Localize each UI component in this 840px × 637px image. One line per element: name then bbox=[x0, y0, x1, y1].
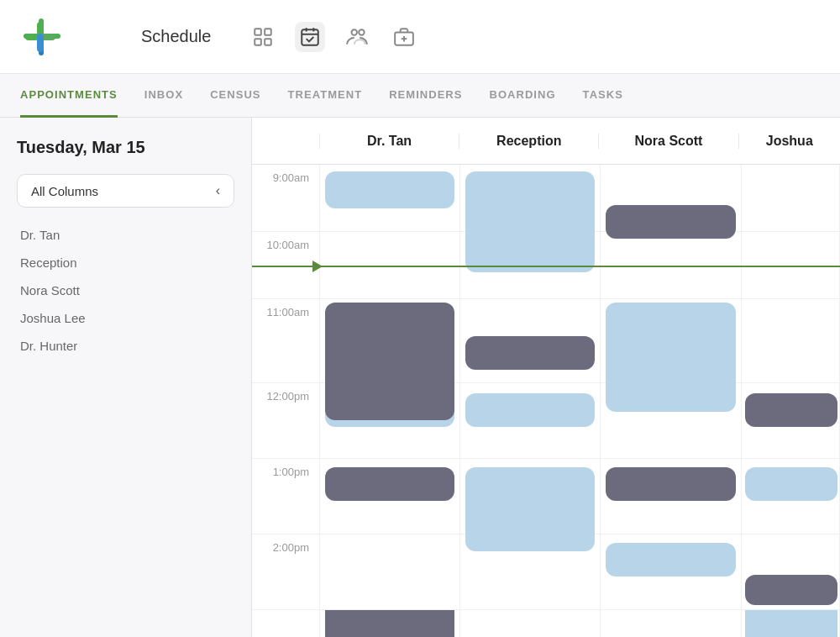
time-row-content-1pm bbox=[319, 459, 840, 534]
cell-dr-tan-3pm[interactable] bbox=[320, 610, 460, 637]
top-navigation: Schedule bbox=[0, 0, 840, 74]
appt-nora-1pm[interactable] bbox=[606, 467, 735, 501]
logo-icon bbox=[20, 17, 60, 57]
cell-dr-tan-1pm[interactable] bbox=[320, 459, 460, 534]
appt-dr-tan-1pm[interactable] bbox=[325, 467, 454, 501]
svg-rect-14 bbox=[302, 29, 319, 45]
time-label-11am: 11:00am bbox=[252, 299, 319, 382]
appt-nora-11am[interactable] bbox=[606, 303, 735, 412]
appt-reception-9am[interactable] bbox=[465, 171, 595, 272]
time-label-2pm: 2:00pm bbox=[252, 534, 319, 609]
appt-reception-1pm[interactable] bbox=[465, 467, 595, 551]
appt-joshua-1pm[interactable] bbox=[745, 467, 837, 501]
svg-point-18 bbox=[352, 29, 358, 35]
calendar-nav-icon[interactable] bbox=[295, 22, 325, 52]
columns-selector-label: All Columns bbox=[31, 184, 98, 198]
svg-rect-9 bbox=[37, 34, 44, 52]
time-row-9am: 9:00am bbox=[252, 165, 840, 232]
time-rows: 9:00am bbox=[252, 165, 840, 637]
appt-dr-tan-9am[interactable] bbox=[325, 171, 454, 208]
cell-nora-9am[interactable] bbox=[601, 165, 741, 231]
svg-rect-13 bbox=[265, 39, 272, 45]
svg-rect-7 bbox=[37, 22, 44, 35]
date-header: Tuesday, Mar 15 bbox=[17, 138, 234, 157]
sub-navigation: APPOINTMENTS INBOX CENSUS TREATMENT REMI… bbox=[0, 74, 840, 118]
appt-nora-2pm[interactable] bbox=[606, 543, 735, 576]
appt-reception-12pm[interactable] bbox=[465, 393, 595, 427]
columns-selector[interactable]: All Columns ‹ bbox=[17, 174, 234, 208]
medical-bag-nav-icon[interactable] bbox=[389, 22, 419, 52]
left-sidebar: Tuesday, Mar 15 All Columns ‹ Dr. Tan Re… bbox=[0, 118, 252, 637]
staff-item-joshua-lee[interactable]: Joshua Lee bbox=[17, 311, 234, 325]
column-header-reception: Reception bbox=[459, 134, 598, 149]
nav-icon-group bbox=[248, 22, 419, 52]
staff-item-nora-scott[interactable]: Nora Scott bbox=[17, 283, 234, 297]
appt-joshua-3pm[interactable] bbox=[745, 610, 837, 637]
time-label-12pm: 12:00pm bbox=[252, 383, 319, 458]
sub-nav-boarding[interactable]: BOARDING bbox=[490, 74, 556, 118]
appt-dr-tan-11am[interactable] bbox=[325, 303, 454, 420]
appt-reception-11am[interactable] bbox=[465, 336, 595, 370]
sub-nav-appointments[interactable]: APPOINTMENTS bbox=[20, 74, 118, 118]
sub-nav-treatment[interactable]: TREATMENT bbox=[288, 74, 363, 118]
time-row-content-3pm bbox=[319, 610, 840, 637]
cell-joshua-9am[interactable] bbox=[742, 165, 840, 231]
sub-nav-inbox[interactable]: INBOX bbox=[144, 74, 183, 118]
people-nav-icon[interactable] bbox=[342, 22, 372, 52]
cell-joshua-2pm[interactable] bbox=[742, 534, 840, 609]
time-row-1pm: 1:00pm bbox=[252, 459, 840, 534]
cell-reception-12pm[interactable] bbox=[460, 383, 601, 458]
cell-joshua-1pm[interactable] bbox=[742, 459, 840, 534]
column-header-nora-scott: Nora Scott bbox=[598, 134, 738, 149]
svg-rect-12 bbox=[255, 39, 262, 45]
cell-dr-tan-2pm[interactable] bbox=[320, 534, 460, 609]
column-header-joshua: Joshua bbox=[738, 134, 840, 149]
cell-reception-9am[interactable] bbox=[460, 165, 601, 231]
chevron-left-icon: ‹ bbox=[216, 183, 220, 198]
cell-nora-2pm[interactable] bbox=[601, 534, 741, 609]
cell-joshua-12pm[interactable] bbox=[742, 383, 840, 458]
calendar-area: Dr. Tan Reception Nora Scott Joshua 9:00… bbox=[252, 118, 840, 637]
cell-joshua-11am[interactable] bbox=[742, 299, 840, 382]
sub-nav-tasks[interactable]: TASKS bbox=[583, 74, 623, 118]
time-label-9am: 9:00am bbox=[252, 165, 319, 231]
appt-joshua-12pm[interactable] bbox=[745, 393, 837, 427]
cell-dr-tan-9am[interactable] bbox=[320, 165, 460, 231]
svg-rect-10 bbox=[255, 29, 262, 35]
staff-item-dr-hunter[interactable]: Dr. Hunter bbox=[17, 339, 234, 353]
app-title: Schedule bbox=[141, 27, 211, 46]
time-label-1pm: 1:00pm bbox=[252, 459, 319, 534]
staff-item-reception[interactable]: Reception bbox=[17, 255, 234, 270]
svg-rect-6 bbox=[25, 34, 39, 40]
time-label-3pm bbox=[252, 610, 319, 637]
svg-point-19 bbox=[360, 29, 365, 35]
time-row-11am: 11:00am bbox=[252, 299, 840, 383]
cell-reception-1pm[interactable] bbox=[460, 459, 601, 534]
calendar-header: Dr. Tan Reception Nora Scott Joshua bbox=[252, 118, 840, 165]
svg-rect-11 bbox=[265, 29, 272, 35]
time-row-content-11am bbox=[319, 299, 840, 382]
current-time-line bbox=[252, 266, 840, 267]
staff-list: Dr. Tan Reception Nora Scott Joshua Lee … bbox=[17, 228, 234, 353]
staff-item-dr-tan[interactable]: Dr. Tan bbox=[17, 228, 234, 242]
cell-dr-tan-11am[interactable] bbox=[320, 299, 460, 382]
cell-nora-11am[interactable] bbox=[601, 299, 741, 382]
main-content: Tuesday, Mar 15 All Columns ‹ Dr. Tan Re… bbox=[0, 118, 840, 637]
time-row-content-9am bbox=[319, 165, 840, 231]
appt-joshua-2pm[interactable] bbox=[745, 575, 837, 605]
cell-reception-3pm[interactable] bbox=[460, 610, 601, 637]
appt-dr-tan-3pm[interactable] bbox=[325, 610, 454, 637]
cell-joshua-3pm[interactable] bbox=[742, 610, 840, 637]
column-header-dr-tan: Dr. Tan bbox=[319, 134, 459, 149]
time-row-3pm bbox=[252, 610, 840, 637]
grid-nav-icon[interactable] bbox=[248, 22, 278, 52]
sub-nav-reminders[interactable]: REMINDERS bbox=[389, 74, 462, 118]
sub-nav-census[interactable]: CENSUS bbox=[210, 74, 260, 118]
cell-nora-1pm[interactable] bbox=[601, 459, 741, 534]
cell-reception-11am[interactable] bbox=[460, 299, 601, 382]
current-time-arrow bbox=[312, 261, 324, 272]
calendar-body[interactable]: 9:00am bbox=[252, 165, 840, 637]
cell-nora-3pm[interactable] bbox=[601, 610, 741, 637]
